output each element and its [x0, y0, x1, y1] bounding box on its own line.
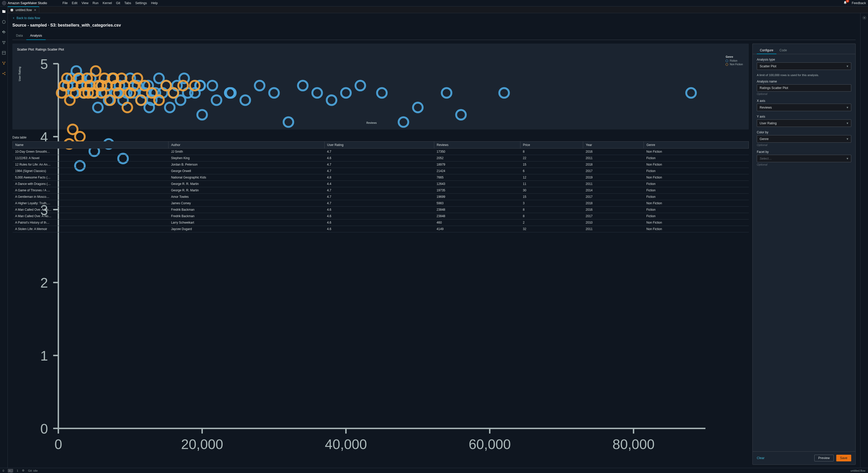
document-tab[interactable]: untitled.flow ✕: [8, 6, 39, 13]
facet-by-select[interactable]: Select…▾: [757, 155, 851, 162]
table-row[interactable]: A Game of Thrones / A …George R. R. Mart…: [13, 187, 749, 194]
folder-icon[interactable]: [2, 9, 6, 14]
legend: Genre Fiction Non Fiction: [725, 56, 743, 67]
svg-point-86: [284, 117, 293, 127]
column-header[interactable]: Author: [168, 141, 324, 149]
column-header[interactable]: Year: [583, 141, 644, 149]
table-row[interactable]: A Gentleman in Mosco…Amor Towles4.719699…: [13, 194, 749, 200]
preview-button[interactable]: Preview: [814, 455, 833, 462]
breadcrumb[interactable]: Back to data flow: [12, 16, 40, 20]
document-tab-bar: untitled.flow ✕: [8, 6, 868, 13]
close-icon[interactable]: ✕: [34, 8, 36, 12]
analysis-name-input[interactable]: [757, 84, 851, 92]
spark-icon[interactable]: [2, 61, 6, 65]
svg-point-87: [298, 81, 308, 90]
menu-tabs[interactable]: Tabs: [124, 1, 131, 5]
feedback-link[interactable]: Feedback: [852, 1, 866, 5]
x-axis-select[interactable]: Reviews▾: [757, 104, 851, 111]
svg-point-131: [123, 103, 132, 112]
breadcrumb-label: Back to data flow: [17, 16, 40, 20]
table-row[interactable]: A Man Called Ove: A No…Fredrik Backman4.…: [13, 207, 749, 213]
notifications-icon[interactable]: 4: [843, 1, 847, 5]
svg-point-89: [327, 95, 336, 105]
menu-git[interactable]: Git: [116, 1, 120, 5]
chevron-down-icon: ▾: [846, 105, 848, 109]
svg-point-84: [255, 81, 265, 90]
save-button[interactable]: Save: [836, 455, 851, 462]
optional-hint: Optional: [757, 92, 851, 95]
analysis-name-label: Analysis name: [757, 80, 851, 83]
chevron-down-icon: ▾: [846, 121, 848, 125]
column-header[interactable]: User Rating: [324, 141, 434, 149]
svg-point-3: [4, 41, 5, 42]
svg-point-94: [413, 103, 423, 112]
tab-name: untitled.flow: [16, 8, 32, 12]
svg-text:5: 5: [40, 57, 48, 72]
table-row[interactable]: 10-Day Green Smoothi…JJ Smith4.717350820…: [13, 149, 749, 155]
svg-point-12: [4, 74, 5, 75]
table-row[interactable]: 1984 (Signet Classics)George Orwell4.721…: [13, 168, 749, 175]
svg-point-144: [864, 17, 865, 18]
legend-title: Genre: [725, 56, 743, 58]
table-row[interactable]: A Dance with Dragons (…George R. R. Mart…: [13, 181, 749, 187]
svg-point-142: [75, 132, 85, 141]
pipeline-icon[interactable]: [2, 71, 6, 75]
status-settings-icon[interactable]: ⚙: [22, 469, 25, 472]
svg-point-0: [2, 1, 6, 5]
status-left-0: 0: [3, 469, 4, 472]
git-icon[interactable]: [2, 30, 6, 34]
y-axis-label: Y axis: [757, 115, 851, 118]
column-header[interactable]: Genre: [644, 141, 749, 149]
tab-configure[interactable]: Configure: [757, 47, 776, 54]
panel-icon[interactable]: [2, 51, 6, 55]
table-row[interactable]: 5,000 Awesome Facts (…National Geographi…: [13, 175, 749, 181]
hexagon-icon[interactable]: [2, 20, 6, 24]
menu-run[interactable]: Run: [93, 1, 99, 5]
extensions-icon[interactable]: [2, 40, 6, 44]
menu-settings[interactable]: Settings: [135, 1, 147, 5]
menu-file[interactable]: File: [62, 1, 68, 5]
flow-file-icon: [10, 8, 13, 11]
menu-view[interactable]: View: [82, 1, 89, 5]
analysis-type-label: Analysis type: [757, 58, 851, 61]
svg-rect-5: [2, 51, 5, 55]
notification-count-badge: 4: [846, 0, 849, 3]
svg-point-88: [312, 88, 322, 97]
chevron-down-icon: ▾: [846, 137, 848, 141]
table-row[interactable]: A Patriot's History of th…Larry Schweika…: [13, 219, 749, 226]
left-rail: [0, 6, 8, 468]
clear-button[interactable]: Clear: [757, 456, 765, 460]
tab-data[interactable]: Data: [12, 32, 26, 40]
chart-card: Scatter Plot: Ratings Scatter Plot User …: [12, 43, 749, 129]
table-row[interactable]: A Man Called Ove: A No…Fredrik Backman4.…: [13, 213, 749, 219]
table-row[interactable]: 12 Rules for Life: An An…Jordan B. Peter…: [13, 161, 749, 168]
chevron-down-icon: ▾: [846, 64, 848, 68]
app-title: Amazon SageMaker Studio: [8, 1, 47, 5]
menu-help[interactable]: Help: [151, 1, 158, 5]
color-by-select[interactable]: Genre▾: [757, 135, 851, 143]
svg-point-91: [355, 81, 365, 90]
terminal-icon[interactable]: >_: [8, 469, 13, 472]
svg-point-1: [3, 2, 5, 4]
page-title: Source - sampled · S3: bestsellers_with_…: [12, 23, 856, 28]
svg-point-93: [399, 117, 408, 127]
table-row[interactable]: A Higher Loyalty: Truth,…James Comey4.75…: [13, 200, 749, 207]
column-header[interactable]: Price: [520, 141, 583, 149]
svg-point-40: [208, 81, 217, 90]
git-status[interactable]: Git: idle: [28, 469, 38, 472]
tab-analysis[interactable]: Analysis: [26, 32, 46, 40]
tab-code[interactable]: Code: [776, 47, 790, 54]
gear-icon[interactable]: [862, 16, 866, 21]
y-axis-select[interactable]: User Rating▾: [757, 119, 851, 127]
menu-edit[interactable]: Edit: [72, 1, 78, 5]
analysis-type-select[interactable]: Scatter Plot▾: [757, 62, 851, 70]
menu-kernel[interactable]: Kernel: [103, 1, 112, 5]
data-table[interactable]: NameAuthorUser RatingReviewsPriceYearGen…: [12, 141, 749, 465]
svg-point-98: [686, 88, 696, 97]
column-header[interactable]: Name: [13, 141, 168, 149]
svg-point-53: [93, 103, 103, 112]
table-row[interactable]: A Stolen Life: A MemoirJaycee Dugard4.64…: [13, 226, 749, 232]
column-header[interactable]: Reviews: [434, 141, 520, 149]
x-axis-label: X axis: [757, 99, 851, 103]
table-row[interactable]: 11/22/63: A NovelStephen King4.620522220…: [13, 155, 749, 161]
